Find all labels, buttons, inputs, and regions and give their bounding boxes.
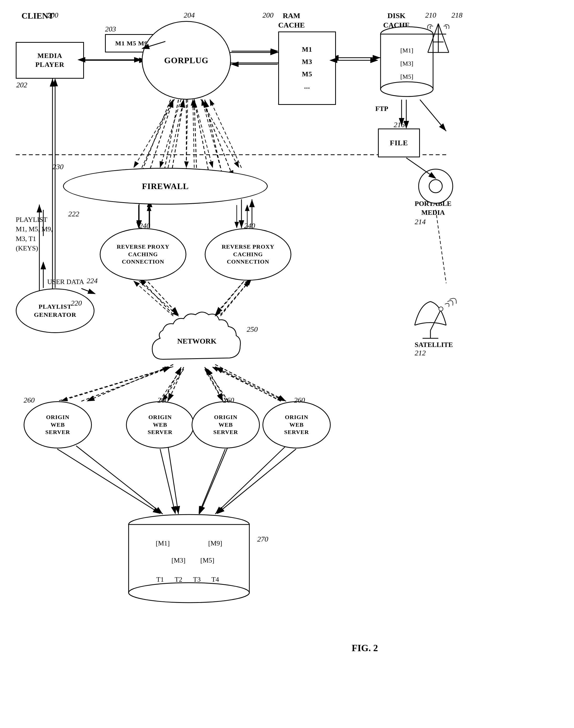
- ram-cache-box: M1 M3 M5 ...: [278, 32, 336, 105]
- svg-line-52: [438, 24, 449, 52]
- svg-line-106: [160, 449, 175, 513]
- svg-line-87: [202, 100, 220, 168]
- svg-text:T3: T3: [193, 576, 201, 583]
- svg-line-108: [217, 449, 296, 513]
- origin-server-2-ellipse: ORIGIN WEB SERVER: [126, 401, 194, 448]
- ftp-label: FTP: [375, 105, 388, 113]
- file-label: FILE: [390, 139, 408, 147]
- ram-cache-title: RAM CACHE: [278, 11, 305, 30]
- svg-line-8: [139, 100, 171, 178]
- arrows-overlay: [0, 0, 574, 728]
- ref-216: 216: [394, 121, 405, 129]
- svg-text:[M3]: [M3]: [400, 60, 413, 67]
- svg-line-79: [134, 99, 174, 167]
- svg-line-13: [147, 100, 173, 178]
- svg-point-44: [380, 82, 433, 96]
- ref-200-client: 200: [47, 11, 58, 19]
- fig-label: FIG. 2: [352, 642, 378, 653]
- media-player-label: MEDIA PLAYER: [35, 51, 65, 69]
- ref-220: 220: [71, 299, 82, 307]
- svg-line-88: [210, 100, 242, 168]
- origin-server-3-ellipse: ORIGIN WEB SERVER: [192, 401, 260, 448]
- svg-text:[M1]: [M1]: [156, 539, 170, 547]
- svg-line-86: [193, 100, 194, 168]
- ref-218: 218: [451, 11, 462, 19]
- reverse-proxy-2-ellipse: REVERSE PROXY CACHING CONNECTION: [205, 228, 291, 281]
- svg-line-14: [171, 100, 184, 178]
- media-player-box: MEDIA PLAYER: [16, 42, 84, 79]
- svg-line-12: [202, 100, 234, 178]
- arrows-overlay-2: [0, 0, 574, 728]
- svg-line-81: [186, 99, 188, 167]
- svg-line-41: [420, 100, 446, 131]
- ref-202: 202: [16, 81, 27, 89]
- satellite-label: SATELLITE: [415, 341, 453, 349]
- svg-text:[M5]: [M5]: [400, 73, 413, 80]
- ref-260-4: 260: [294, 396, 305, 404]
- ref-224: 224: [87, 277, 98, 285]
- svg-text:NETWORK: NETWORK: [177, 337, 216, 345]
- svg-text:[M3]: [M3]: [171, 556, 185, 564]
- ref-200-ram: 200: [262, 11, 274, 19]
- portable-media-icon: [417, 168, 454, 204]
- ref-250: 250: [247, 325, 258, 333]
- svg-line-9: [163, 100, 178, 178]
- ram-cache-content: M1 M3 M5 ...: [302, 44, 312, 93]
- gorplug-ellipse: GORPLUG: [142, 21, 231, 100]
- ref-230: 230: [52, 163, 64, 171]
- playlist-generator-ellipse: PLAYLIST GENERATOR: [16, 288, 94, 333]
- svg-line-85: [168, 100, 184, 168]
- ref-204: 204: [184, 11, 195, 19]
- svg-line-82: [194, 99, 213, 167]
- network-cloud: NETWORK: [147, 307, 247, 375]
- ref-240-1: 240: [139, 222, 150, 230]
- svg-line-33: [76, 446, 163, 514]
- diagram-container: CLIENT 200 MEDIA PLAYER 202 M1 M5 M9 ...…: [0, 0, 574, 728]
- svg-line-107: [199, 449, 225, 513]
- user-data-label: USER DATA: [47, 278, 84, 286]
- reverse-proxy-1-ellipse: REVERSE PROXY CACHING CONNECTION: [100, 228, 186, 281]
- playlist-generator-label: PLAYLIST GENERATOR: [34, 303, 76, 319]
- firewall-ellipse: FIREWALL: [63, 168, 268, 204]
- svg-line-84: [142, 100, 173, 168]
- satellite-icon: [404, 288, 457, 341]
- svg-line-11: [194, 100, 210, 178]
- ref-260-1: 260: [24, 396, 35, 404]
- gorplug-label: GORPLUG: [164, 56, 209, 65]
- origin-server-1-ellipse: ORIGIN WEB SERVER: [24, 401, 92, 448]
- svg-point-67: [429, 180, 442, 193]
- ref-260-3: 260: [223, 396, 234, 404]
- tower-icon: [425, 21, 451, 58]
- svg-line-105: [57, 449, 160, 513]
- svg-line-34: [168, 446, 178, 514]
- svg-text:[M5]: [M5]: [200, 556, 214, 564]
- firewall-label: FIREWALL: [142, 181, 189, 191]
- database-cylinder: [M1] [M9] [M3] [M5] T1 T2 T3 T4: [126, 514, 252, 603]
- playlist-label: PLAYLIST M1, M5, M9, M3, T1 (KEYS): [16, 215, 53, 253]
- svg-line-15: [194, 100, 197, 178]
- svg-text:T1: T1: [156, 576, 164, 583]
- ref-270: 270: [257, 535, 268, 543]
- svg-line-115: [436, 210, 446, 283]
- ref-212: 212: [415, 349, 426, 357]
- origin-server-4-ellipse: ORIGIN WEB SERVER: [262, 401, 331, 448]
- ref-214: 214: [415, 218, 426, 226]
- svg-text:[M1]: [M1]: [400, 47, 413, 54]
- ref-203: 203: [105, 25, 116, 33]
- svg-line-51: [428, 24, 438, 52]
- reverse-proxy-1-label: REVERSE PROXY CACHING CONNECTION: [117, 243, 170, 266]
- reverse-proxy-2-label: REVERSE PROXY CACHING CONNECTION: [222, 243, 275, 266]
- file-box: FILE: [378, 129, 420, 157]
- svg-line-16: [205, 100, 223, 178]
- svg-line-80: [160, 99, 181, 167]
- ref-240-2: 240: [244, 222, 255, 230]
- ref-222: 222: [68, 210, 79, 218]
- svg-line-83: [201, 99, 239, 167]
- svg-point-71: [439, 307, 443, 311]
- svg-point-57: [129, 583, 249, 603]
- ref-210: 210: [425, 11, 436, 19]
- svg-line-36: [215, 446, 286, 514]
- svg-text:T4: T4: [211, 576, 219, 583]
- svg-text:T2: T2: [175, 576, 182, 583]
- svg-text:[M9]: [M9]: [208, 539, 222, 547]
